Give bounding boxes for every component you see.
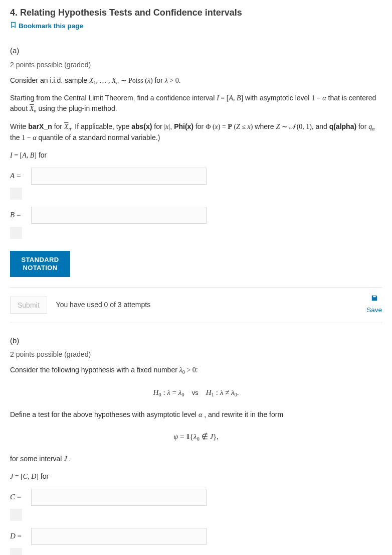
part-a-paragraph-1: Consider an i.i.d. sample X1, … , Xn ∼ P…: [10, 75, 382, 86]
part-b-display-1: H0 : λ = λ0 vs H1 : λ ≠ λ0.: [10, 387, 382, 398]
page-title: 4. Relating Hypothesis Tests and Confide…: [10, 6, 382, 20]
part-a-attempts: You have used 0 of 3 attempts: [56, 300, 151, 310]
part-a-submit-bar: Submit You have used 0 of 3 attempts Sav…: [10, 287, 382, 323]
field-b-status: [10, 227, 22, 239]
part-a-save-button[interactable]: Save: [366, 295, 382, 316]
part-b-interval-line: J = [C, D] for: [10, 471, 382, 482]
part-a-points: 2 points possible (graded): [10, 60, 382, 70]
field-c-label: C =: [10, 491, 26, 503]
part-a-interval-line: I = [A, B] for: [10, 150, 382, 161]
part-b-paragraph-2: Define a test for the above hypotheses w…: [10, 409, 382, 420]
standard-notation-button[interactable]: STANDARDNOTATION: [10, 251, 70, 278]
part-a-label: (a): [10, 45, 382, 57]
part-b-points: 2 points possible (graded): [10, 349, 382, 360]
part-b-label: (b): [10, 335, 382, 347]
save-label: Save: [366, 305, 382, 315]
field-c-status: [10, 509, 22, 521]
field-d-input[interactable]: [31, 528, 207, 545]
field-b-label: B =: [10, 209, 26, 221]
part-b-display-2: ψ = 1{λ0 ∉ J},: [10, 431, 382, 443]
bookmark-link[interactable]: Bookmark this page: [10, 21, 83, 31]
field-d-label: D =: [10, 530, 26, 542]
part-b-paragraph-3: for some interval J .: [10, 454, 382, 464]
bookmark-label: Bookmark this page: [19, 21, 83, 31]
field-c-input[interactable]: [31, 489, 207, 506]
save-icon: [371, 295, 378, 305]
part-a-paragraph-3: Write barX_n for Xn. If applicable, type…: [10, 121, 382, 143]
field-b-input[interactable]: [31, 207, 207, 224]
part-a-paragraph-2: Starting from the Central Limit Theorem,…: [10, 93, 382, 114]
bookmark-icon: [10, 21, 17, 31]
field-a-status: [10, 188, 22, 200]
part-a-submit-button[interactable]: Submit: [10, 297, 47, 314]
part-b-paragraph-1: Consider the following hypothesis with a…: [10, 365, 382, 376]
field-a-label: A =: [10, 170, 26, 182]
field-a-input[interactable]: [31, 168, 207, 185]
field-d-status: [10, 548, 22, 556]
